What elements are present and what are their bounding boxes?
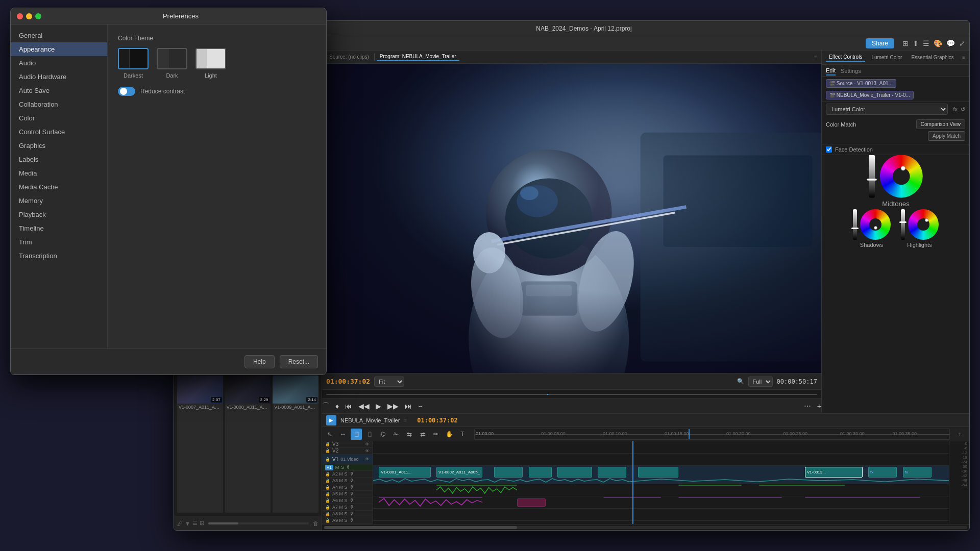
clip-v1-4[interactable] [529, 467, 552, 478]
thumbnail-item-8[interactable]: 3:29 V1-0008_A011_A02... [225, 375, 271, 513]
tool-selection[interactable]: ↖ [324, 429, 335, 440]
share-button[interactable]: Share [866, 38, 894, 48]
audio-clip-a1-3[interactable] [759, 485, 845, 486]
pref-item-labels[interactable]: Labels [11, 153, 107, 166]
list-view-icon[interactable]: ☰ [192, 520, 198, 527]
lock-icon-a3[interactable]: 🔒 [325, 479, 330, 483]
pref-item-color[interactable]: Color [11, 111, 107, 125]
tool-rate-stretch[interactable]: ⌬ [377, 429, 388, 440]
thumbnail-item-9[interactable]: 2:14 V1-0009_A011_A02... [273, 375, 318, 513]
step-back-icon[interactable]: ◀◀ [358, 402, 370, 410]
pref-item-playback[interactable]: Playback [11, 208, 107, 221]
midtones-wheel[interactable] [879, 155, 922, 197]
pref-item-audio[interactable]: Audio [11, 56, 107, 70]
delete-icon[interactable]: 🗑 [313, 520, 318, 527]
clip-v1-1[interactable]: V1-0001_A011... [379, 467, 431, 478]
tool-rolling[interactable]: ⌷ [364, 429, 375, 440]
audio-clip-a2-4[interactable] [678, 497, 782, 498]
lock-icon-a8[interactable]: 🔒 [325, 512, 330, 516]
lock-icon-a7[interactable]: 🔒 [325, 505, 330, 510]
eye-icon-v1[interactable]: 👁 [365, 457, 370, 462]
panels-icon[interactable]: ⊞ [902, 39, 909, 47]
tab-lumetri-color[interactable]: Lumetri Color [868, 54, 905, 61]
mark-in-icon[interactable]: ⌒ [322, 402, 329, 411]
more-transport-icons[interactable]: ⋯ [804, 402, 811, 410]
tool-ripple[interactable]: ⌸ [351, 429, 362, 440]
lock-icon-a5[interactable]: 🔒 [325, 492, 330, 496]
lock-icon-a4[interactable]: 🔒 [325, 485, 330, 490]
theme-dark[interactable]: Dark [157, 48, 187, 79]
lock-icon-a2[interactable]: 🔒 [325, 472, 330, 477]
tool-slip[interactable]: ⇆ [404, 429, 415, 440]
clip-v1-5[interactable] [557, 467, 592, 478]
clip-v1-fx1[interactable]: fx [868, 467, 897, 478]
shadows-slider[interactable] [853, 209, 857, 240]
export-icon[interactable]: ⬆ [913, 39, 919, 47]
add-marker-icon[interactable]: ♦ [335, 402, 339, 410]
icon-view-icon[interactable]: ⊞ [200, 520, 204, 527]
timeline-scrollbar[interactable] [322, 524, 969, 530]
pref-item-media[interactable]: Media [11, 166, 107, 180]
lumetri-select[interactable]: Lumetri Color [826, 104, 948, 115]
face-detection-checkbox[interactable] [826, 146, 832, 153]
settings-subtab[interactable]: Settings [841, 68, 861, 74]
pref-item-memory[interactable]: Memory [11, 194, 107, 208]
timeline-menu-icon[interactable]: ≡ [404, 417, 407, 423]
pref-item-timeline[interactable]: Timeline [11, 221, 107, 235]
source-tab[interactable]: Source: (no clips) [326, 53, 372, 61]
pref-item-audio-hardware[interactable]: Audio Hardware [11, 70, 107, 84]
program-tab[interactable]: Program: NEBULA_Movie_Trailer [377, 53, 459, 61]
quality-select[interactable]: Full 1/2 1/4 [748, 377, 773, 387]
tool-pen[interactable]: ✏ [430, 429, 442, 440]
new-bin-icon[interactable]: 🖊 [177, 520, 183, 527]
lock-icon-v1[interactable]: 🔒 [325, 457, 330, 462]
tool-slide[interactable]: ⇄ [417, 429, 428, 440]
clip-v1-selected[interactable]: V1-0013... [805, 467, 863, 478]
panel-menu-icon[interactable]: ≡ [962, 55, 965, 60]
clip-v1-3[interactable] [494, 467, 523, 478]
play-icon[interactable]: ▶ [376, 402, 381, 410]
add-track-icon[interactable]: + [958, 431, 961, 438]
pref-item-appearance[interactable]: Appearance [11, 42, 107, 56]
clip-v1-2[interactable]: V1-0002_A011_A005_0112G... [436, 467, 482, 478]
thumbnail-item-7[interactable]: 2:07 V1-0007_A011_A02... [177, 375, 223, 513]
audio-clip-a2-5[interactable] [805, 497, 920, 498]
playhead-bar[interactable] [322, 389, 821, 398]
next-edit-icon[interactable]: ⏭ [405, 402, 412, 410]
fit-select[interactable]: Fit 25% 50% 100% [374, 377, 404, 387]
program-menu-icon[interactable]: ≡ [814, 54, 817, 60]
pref-item-control-surface[interactable]: Control Surface [11, 125, 107, 139]
pref-item-general[interactable]: General [11, 29, 107, 42]
tool-hand[interactable]: ✋ [444, 429, 455, 440]
eye-icon-v2[interactable]: 👁 [365, 448, 370, 454]
midtones-slider[interactable] [869, 155, 875, 197]
reduce-contrast-toggle[interactable] [118, 87, 135, 96]
clip-v1-fx2[interactable]: fx [903, 467, 932, 478]
lock-icon-a6[interactable]: 🔒 [325, 498, 330, 503]
lock-icon-v2[interactable]: 🔒 [325, 448, 330, 453]
zoom-slider[interactable] [208, 522, 309, 524]
pref-item-media-cache[interactable]: Media Cache [11, 180, 107, 194]
minimize-icon[interactable] [26, 13, 32, 19]
tool-razor[interactable]: ✁ [390, 429, 402, 440]
tab-effect-controls[interactable]: Effect Controls [826, 53, 865, 62]
tool-track-selection[interactable]: ↔ [337, 429, 349, 440]
pref-item-collaboration[interactable]: Collaboration [11, 97, 107, 111]
clip-v1-7[interactable] [638, 467, 678, 478]
step-forward-icon[interactable]: ▶▶ [387, 402, 399, 410]
mark-out-icon[interactable]: ⌣ [418, 402, 423, 410]
close-icon[interactable] [17, 13, 23, 19]
help-button[interactable]: Help [244, 355, 275, 368]
settings-icon[interactable]: ☰ [923, 39, 929, 47]
pref-item-trim[interactable]: Trim [11, 235, 107, 249]
tool-text[interactable]: T [457, 429, 468, 440]
h-scrollbar-thumb[interactable] [324, 526, 517, 529]
color-icon[interactable]: 🎨 [934, 39, 942, 47]
expand-icon[interactable]: ⤢ [959, 39, 965, 47]
highlights-slider[interactable] [901, 209, 905, 240]
apply-match-btn[interactable]: Apply Match [928, 131, 965, 141]
fx-icon[interactable]: fx [953, 106, 958, 112]
comparison-view-btn[interactable]: Comparison View [916, 119, 965, 129]
audio-clip-a2-2[interactable] [517, 498, 546, 507]
find-icon[interactable]: ▼ [185, 520, 190, 527]
